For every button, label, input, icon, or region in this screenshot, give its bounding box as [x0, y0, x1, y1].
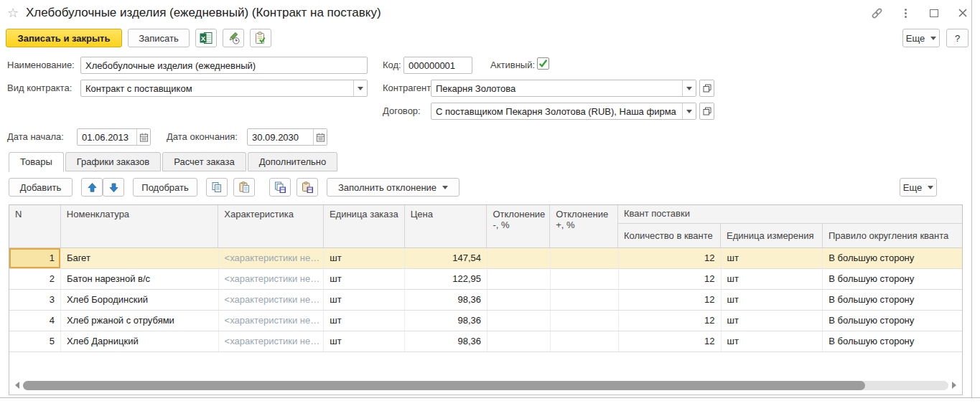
- paste-icon: [238, 181, 250, 193]
- check-fill-button[interactable]: [250, 29, 271, 47]
- contract-kind-field-wrap: [80, 80, 368, 97]
- calendar-icon: [139, 133, 149, 142]
- date-end-field-wrap: [247, 128, 327, 146]
- table-toolbar: Добавить Подобрать Заполни: [0, 178, 980, 197]
- contract-kind-input[interactable]: [81, 80, 353, 96]
- table-row[interactable]: 3 Хлеб Бородинский <характеристики не… ш…: [9, 290, 962, 311]
- column-header-deviation-minus[interactable]: Отклонение -, %: [487, 205, 550, 247]
- link-icon[interactable]: [869, 6, 884, 20]
- tab-order-calculation[interactable]: Расчет заказа: [162, 152, 246, 171]
- fill-deviation-button[interactable]: Заполнить отклонение: [327, 178, 459, 197]
- page-title: Хлебобулочные изделия (ежедневный) (Конт…: [26, 6, 381, 20]
- form-more-button[interactable]: Еще: [902, 29, 940, 47]
- date-start-label: Дата начала:: [7, 131, 64, 142]
- column-group-quant: Квант поставки Количество в кванте Едини…: [618, 205, 962, 247]
- open-icon: [703, 107, 711, 115]
- favorite-star-icon[interactable]: ☆: [7, 5, 19, 21]
- scrollbar-track[interactable]: [23, 381, 948, 390]
- date-end-calendar-button[interactable]: [313, 129, 327, 145]
- column-header-nomenclature[interactable]: Номенклатура: [61, 205, 218, 247]
- copy-rows-button[interactable]: [269, 178, 291, 197]
- counterparty-open-button[interactable]: [699, 80, 714, 97]
- save-button[interactable]: Записать: [128, 29, 190, 47]
- calendar-icon: [316, 133, 325, 142]
- date-end-input[interactable]: [248, 129, 313, 145]
- code-label: Код:: [383, 60, 401, 70]
- paste-rows-button[interactable]: [297, 178, 318, 197]
- date-start-field-wrap: [77, 128, 151, 146]
- excel-export-button[interactable]: X: [195, 29, 217, 47]
- move-up-button[interactable]: [81, 178, 103, 197]
- agreement-field-wrap: [431, 103, 696, 120]
- column-header-n[interactable]: N: [9, 205, 61, 247]
- counterparty-dropdown-button[interactable]: [682, 80, 696, 96]
- move-down-icon: [108, 182, 119, 193]
- contract-kind-label: Вид контракта:: [7, 82, 72, 93]
- scroll-right-icon[interactable]: [952, 382, 956, 389]
- contract-kind-dropdown-button[interactable]: [353, 80, 367, 96]
- column-header-deviation-plus[interactable]: Отклонение +, %: [550, 205, 618, 247]
- agreement-input[interactable]: [431, 103, 682, 119]
- code-field-wrap: [403, 57, 472, 74]
- table-row[interactable]: 5 Хлеб Дарницкий <характеристики не… шт …: [9, 331, 962, 352]
- tab-additional[interactable]: Дополнительно: [248, 152, 338, 171]
- svg-text:X: X: [201, 34, 206, 42]
- move-down-button[interactable]: [103, 178, 124, 197]
- date-start-calendar-button[interactable]: [136, 129, 150, 145]
- table-row[interactable]: 1 Багет <характеристики не… шт 147,54 12…: [9, 248, 962, 269]
- excel-icon: X: [200, 32, 213, 44]
- active-checkbox[interactable]: [537, 57, 549, 70]
- code-input[interactable]: [404, 57, 472, 73]
- checkmark-icon: [538, 58, 549, 69]
- table-row[interactable]: 2 Батон нарезной в/с <характеристики не……: [9, 269, 962, 290]
- title-bar: ☆ Хлебобулочные изделия (ежедневный) (Ко…: [0, 0, 980, 26]
- active-label: Активный:: [490, 60, 535, 70]
- column-header-quant-group[interactable]: Квант поставки: [618, 205, 962, 224]
- name-input[interactable]: [81, 57, 367, 73]
- column-header-price[interactable]: Цена: [405, 205, 487, 247]
- horizontal-scrollbar: [15, 380, 956, 390]
- chevron-down-icon: [928, 186, 933, 189]
- tab-goods[interactable]: Товары: [9, 152, 64, 172]
- window-bottom-edge: [0, 397, 980, 398]
- copy-rows-icon: [274, 181, 286, 193]
- table-more-button[interactable]: Еще: [900, 178, 937, 197]
- agreement-dropdown-button[interactable]: [682, 103, 696, 119]
- save-and-close-button[interactable]: Записать и закрыть: [6, 29, 122, 47]
- add-row-button[interactable]: Добавить: [9, 178, 73, 197]
- column-header-quant-unit[interactable]: Единица измерения: [721, 224, 823, 247]
- copy-button[interactable]: [206, 178, 228, 197]
- pick-button[interactable]: Подобрать: [133, 178, 197, 197]
- contract-form-window: ☆ Хлебобулочные изделия (ежедневный) (Ко…: [0, 0, 980, 406]
- column-header-order-unit[interactable]: Единица заказа: [324, 205, 405, 247]
- clipboard-check-icon: [254, 32, 267, 44]
- scrollbar-thumb[interactable]: [23, 381, 865, 390]
- column-header-characteristic[interactable]: Характеристика: [218, 205, 324, 247]
- scroll-left-icon[interactable]: [15, 382, 19, 389]
- chevron-down-icon: [930, 37, 936, 40]
- change-history-button[interactable]: [223, 29, 244, 47]
- paste-button[interactable]: [233, 178, 255, 197]
- date-end-label: Дата окончания:: [167, 131, 238, 142]
- pencil-clock-icon: [227, 32, 240, 44]
- window-controls: [869, 6, 970, 20]
- close-icon[interactable]: [956, 6, 970, 20]
- tab-bar: Товары Графики заказов Расчет заказа Доп…: [9, 152, 339, 172]
- chevron-down-icon: [442, 186, 448, 189]
- counterparty-field-wrap: [431, 80, 696, 97]
- date-start-input[interactable]: [78, 129, 136, 145]
- maximize-icon[interactable]: [927, 6, 941, 20]
- counterparty-input[interactable]: [431, 80, 682, 96]
- kebab-menu-icon[interactable]: [898, 6, 913, 20]
- products-table: N Номенклатура Характеристика Единица за…: [9, 204, 963, 395]
- dropdown-arrow-icon: [358, 87, 363, 90]
- name-label: Наименование:: [7, 60, 75, 70]
- move-up-icon: [87, 182, 98, 193]
- agreement-open-button[interactable]: [699, 103, 714, 120]
- column-header-rounding[interactable]: Правило округления кванта: [823, 224, 962, 247]
- help-button[interactable]: ?: [946, 29, 969, 47]
- table-header: N Номенклатура Характеристика Единица за…: [9, 205, 962, 248]
- table-row[interactable]: 4 Хлеб ржаной с отрубями <характеристики…: [9, 311, 962, 331]
- column-header-quant-qty[interactable]: Количество в кванте: [618, 224, 721, 247]
- tab-order-schedules[interactable]: Графики заказов: [65, 152, 162, 171]
